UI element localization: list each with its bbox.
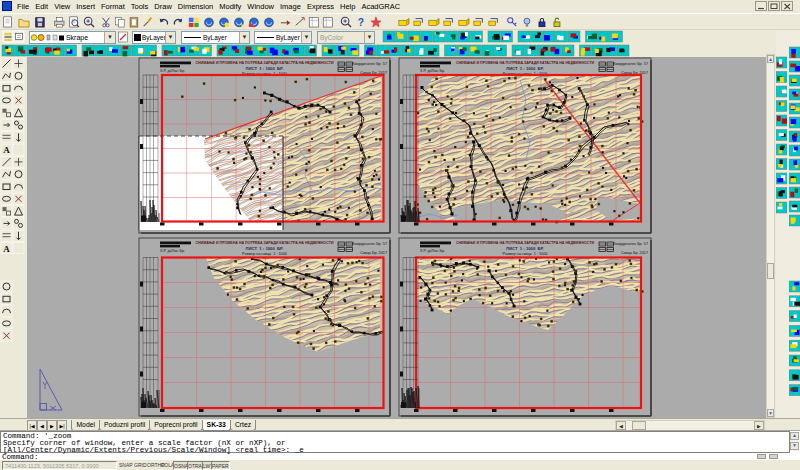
svg-text:Размер на скица 1 : 1000: Размер на скица 1 : 1000	[503, 252, 548, 256]
svg-text:ЛИСТ 1 : 1000 БР.: ЛИСТ 1 : 1000 БР.	[246, 66, 284, 71]
svg-text:ЛИСТ 1 : 1000 БР.: ЛИСТ 1 : 1000 БР.	[506, 66, 544, 71]
svg-text:Скица Бр. 2017: Скица Бр. 2017	[360, 251, 387, 255]
svg-text:СНИМАЊЕ И ПРОМЕНА НА ПОТРЕБА З: СНИМАЊЕ И ПРОМЕНА НА ПОТРЕБА ЗАРАДИ КАТА…	[456, 241, 595, 245]
svg-text:СНИМАЊЕ И ПРОМЕНА НА ПОТРЕБА З: СНИМАЊЕ И ПРОМЕНА НА ПОТРЕБА ЗАРАДИ КАТА…	[195, 241, 334, 245]
svg-text:Координатен Бр. 57: Координатен Бр. 57	[352, 62, 387, 66]
svg-text:?: ?	[358, 17, 364, 28]
svg-text:ЛИСТ 1 : 1000 БР.: ЛИСТ 1 : 1000 БР.	[506, 246, 544, 251]
svg-text:Х.Р. дбЛан Бр.: Х.Р. дбЛан Бр.	[420, 69, 445, 73]
svg-text:СНИМАЊЕ И ПРОМЕНА НА ПОТРЕБА З: СНИМАЊЕ И ПРОМЕНА НА ПОТРЕБА ЗАРАДИ КАТА…	[456, 61, 595, 65]
svg-text:Скица Бр. 2017: Скица Бр. 2017	[621, 251, 648, 255]
svg-text:СНИМАЊЕ И ПРОМЕНА НА ПОТРЕБА З: СНИМАЊЕ И ПРОМЕНА НА ПОТРЕБА ЗАРАДИ КАТА…	[195, 61, 334, 65]
svg-text:Координатен Бр. 57: Координатен Бр. 57	[352, 242, 387, 246]
svg-text:A: A	[3, 145, 10, 155]
svg-text:Координатен Бр. 57: Координатен Бр. 57	[613, 62, 648, 66]
svg-text:Х.Р. дбЛан Бр.: Х.Р. дбЛан Бр.	[420, 249, 445, 253]
svg-text:Размер на скица 1 : 1000: Размер на скица 1 : 1000	[242, 252, 287, 256]
svg-text:Координатен Бр. 57: Координатен Бр. 57	[613, 242, 648, 246]
svg-text:A: A	[3, 244, 10, 254]
svg-text:Х.Р. дбЛан Бр.: Х.Р. дбЛан Бр.	[160, 249, 185, 253]
svg-text:ЛИСТ 1 : 1000 БР.: ЛИСТ 1 : 1000 БР.	[246, 246, 284, 251]
svg-text:Х.Р. дбЛан Бр.: Х.Р. дбЛан Бр.	[160, 69, 185, 73]
